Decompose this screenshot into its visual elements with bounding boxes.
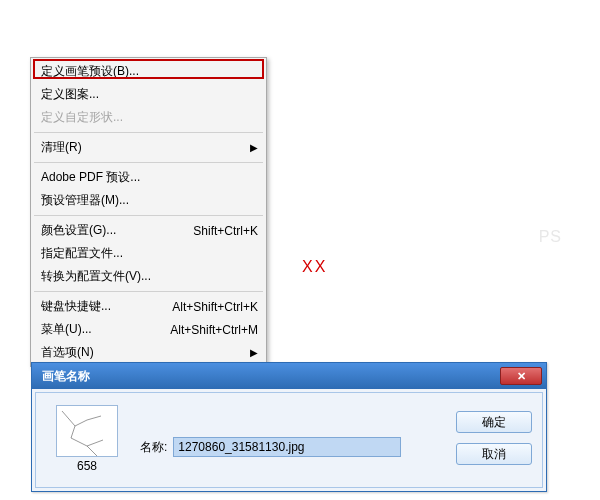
thumbnail-caption: 658 bbox=[77, 459, 97, 473]
menu-item-preferences[interactable]: 首选项(N) ▶ bbox=[33, 341, 264, 364]
brush-name-dialog: 画笔名称 ✕ 658 名称: 确定 取消 bbox=[31, 362, 547, 492]
menu-item-define-brush[interactable]: 定义画笔预设(B)... bbox=[33, 60, 264, 83]
menu-item-menus[interactable]: 菜单(U)... Alt+Shift+Ctrl+M bbox=[33, 318, 264, 341]
crack-icon bbox=[57, 406, 118, 457]
name-label: 名称: bbox=[140, 439, 167, 456]
menu-item-label: 首选项(N) bbox=[41, 344, 250, 361]
menu-item-clean[interactable]: 清理(R) ▶ bbox=[33, 136, 264, 159]
menu-item-label: 清理(R) bbox=[41, 139, 250, 156]
dialog-body: 658 名称: 确定 取消 bbox=[35, 392, 543, 488]
menu-item-label: 预设管理器(M)... bbox=[41, 192, 258, 209]
menu-item-label: 指定配置文件... bbox=[41, 245, 258, 262]
menu-item-label: 定义画笔预设(B)... bbox=[41, 63, 258, 80]
watermark-text: PS bbox=[539, 228, 562, 246]
annotation-text: XX bbox=[302, 258, 327, 276]
menu-item-label: 定义图案... bbox=[41, 86, 258, 103]
menu-item-label: 键盘快捷键... bbox=[41, 298, 162, 315]
close-button[interactable]: ✕ bbox=[500, 367, 542, 385]
name-input[interactable] bbox=[173, 437, 401, 457]
context-menu: 定义画笔预设(B)... 定义图案... 定义自定形状... 清理(R) ▶ A… bbox=[30, 57, 267, 367]
menu-separator bbox=[34, 132, 263, 133]
menu-item-label: 颜色设置(G)... bbox=[41, 222, 183, 239]
dialog-titlebar[interactable]: 画笔名称 ✕ bbox=[32, 363, 546, 389]
menu-item-shortcut: Shift+Ctrl+K bbox=[193, 224, 258, 238]
brush-preview bbox=[56, 405, 118, 457]
menu-item-label: Adobe PDF 预设... bbox=[41, 169, 258, 186]
menu-item-label: 菜单(U)... bbox=[41, 321, 160, 338]
menu-item-assign-profile[interactable]: 指定配置文件... bbox=[33, 242, 264, 265]
menu-item-define-shape: 定义自定形状... bbox=[33, 106, 264, 129]
menu-item-pdf-presets[interactable]: Adobe PDF 预设... bbox=[33, 166, 264, 189]
menu-separator bbox=[34, 291, 263, 292]
submenu-arrow-icon: ▶ bbox=[250, 347, 258, 358]
cancel-button[interactable]: 取消 bbox=[456, 443, 532, 465]
menu-item-shortcut: Alt+Shift+Ctrl+M bbox=[170, 323, 258, 337]
name-field-group: 名称: bbox=[140, 405, 438, 473]
menu-item-keyboard-shortcuts[interactable]: 键盘快捷键... Alt+Shift+Ctrl+K bbox=[33, 295, 264, 318]
menu-item-preset-manager[interactable]: 预设管理器(M)... bbox=[33, 189, 264, 212]
menu-item-label: 定义自定形状... bbox=[41, 109, 258, 126]
dialog-title: 画笔名称 bbox=[42, 368, 500, 385]
submenu-arrow-icon: ▶ bbox=[250, 142, 258, 153]
menu-item-label: 转换为配置文件(V)... bbox=[41, 268, 258, 285]
menu-separator bbox=[34, 215, 263, 216]
menu-item-define-pattern[interactable]: 定义图案... bbox=[33, 83, 264, 106]
dialog-buttons: 确定 取消 bbox=[456, 405, 532, 473]
menu-item-color-settings[interactable]: 颜色设置(G)... Shift+Ctrl+K bbox=[33, 219, 264, 242]
close-icon: ✕ bbox=[517, 370, 526, 383]
menu-separator bbox=[34, 162, 263, 163]
menu-item-shortcut: Alt+Shift+Ctrl+K bbox=[172, 300, 258, 314]
brush-thumbnail: 658 bbox=[50, 405, 124, 473]
ok-button[interactable]: 确定 bbox=[456, 411, 532, 433]
menu-item-convert-profile[interactable]: 转换为配置文件(V)... bbox=[33, 265, 264, 288]
